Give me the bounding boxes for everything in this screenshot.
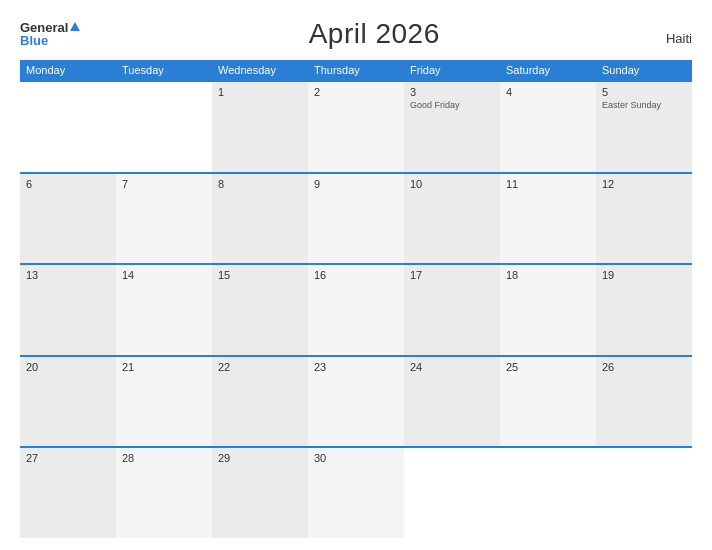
header-friday: Friday xyxy=(404,60,500,80)
day-18: 18 xyxy=(506,269,590,281)
day-13: 13 xyxy=(26,269,110,281)
page-header: General Blue April 2026 Haiti xyxy=(20,18,692,50)
week-4: 20212223242526 xyxy=(20,355,692,447)
cell-w1-c6: 5Easter Sunday xyxy=(596,82,692,172)
cell-w1-c1 xyxy=(116,82,212,172)
day-5: 5 xyxy=(602,86,686,98)
day-27: 27 xyxy=(26,452,110,464)
calendar-body: 123Good Friday45Easter Sunday67891011121… xyxy=(20,80,692,538)
week-2: 6789101112 xyxy=(20,172,692,264)
cell-w2-c1: 7 xyxy=(116,174,212,264)
header-wednesday: Wednesday xyxy=(212,60,308,80)
day-15: 15 xyxy=(218,269,302,281)
cell-w5-c3: 30 xyxy=(308,448,404,538)
cell-w5-c4 xyxy=(404,448,500,538)
logo-blue: Blue xyxy=(20,34,82,47)
day-21: 21 xyxy=(122,361,206,373)
day-26: 26 xyxy=(602,361,686,373)
cell-w3-c0: 13 xyxy=(20,265,116,355)
logo-triangle-icon xyxy=(70,22,80,31)
day-9: 9 xyxy=(314,178,398,190)
week-1: 123Good Friday45Easter Sunday xyxy=(20,80,692,172)
cell-w5-c2: 29 xyxy=(212,448,308,538)
page-title: April 2026 xyxy=(309,18,440,50)
logo: General Blue xyxy=(20,21,82,47)
day-4: 4 xyxy=(506,86,590,98)
cell-w3-c2: 15 xyxy=(212,265,308,355)
cell-w2-c4: 10 xyxy=(404,174,500,264)
day-11: 11 xyxy=(506,178,590,190)
cell-w1-c0 xyxy=(20,82,116,172)
day-2: 2 xyxy=(314,86,398,98)
day-23: 23 xyxy=(314,361,398,373)
day-1: 1 xyxy=(218,86,302,98)
cell-w5-c6 xyxy=(596,448,692,538)
cell-w1-c5: 4 xyxy=(500,82,596,172)
day-28: 28 xyxy=(122,452,206,464)
cell-w2-c5: 11 xyxy=(500,174,596,264)
cell-w4-c5: 25 xyxy=(500,357,596,447)
holiday-label: Good Friday xyxy=(410,100,494,110)
day-25: 25 xyxy=(506,361,590,373)
header-saturday: Saturday xyxy=(500,60,596,80)
day-6: 6 xyxy=(26,178,110,190)
cell-w2-c6: 12 xyxy=(596,174,692,264)
day-14: 14 xyxy=(122,269,206,281)
calendar: Monday Tuesday Wednesday Thursday Friday… xyxy=(20,60,692,538)
day-20: 20 xyxy=(26,361,110,373)
cell-w4-c6: 26 xyxy=(596,357,692,447)
day-30: 30 xyxy=(314,452,398,464)
day-29: 29 xyxy=(218,452,302,464)
holiday-label: Easter Sunday xyxy=(602,100,686,110)
cell-w4-c4: 24 xyxy=(404,357,500,447)
calendar-page: General Blue April 2026 Haiti Monday Tue… xyxy=(0,0,712,550)
cell-w2-c3: 9 xyxy=(308,174,404,264)
header-sunday: Sunday xyxy=(596,60,692,80)
cell-w5-c1: 28 xyxy=(116,448,212,538)
cell-w3-c1: 14 xyxy=(116,265,212,355)
cell-w3-c3: 16 xyxy=(308,265,404,355)
cell-w3-c5: 18 xyxy=(500,265,596,355)
cell-w1-c2: 1 xyxy=(212,82,308,172)
header-thursday: Thursday xyxy=(308,60,404,80)
day-3: 3 xyxy=(410,86,494,98)
cell-w4-c1: 21 xyxy=(116,357,212,447)
cell-w4-c0: 20 xyxy=(20,357,116,447)
day-8: 8 xyxy=(218,178,302,190)
cell-w1-c4: 3Good Friday xyxy=(404,82,500,172)
week-3: 13141516171819 xyxy=(20,263,692,355)
day-12: 12 xyxy=(602,178,686,190)
day-24: 24 xyxy=(410,361,494,373)
day-10: 10 xyxy=(410,178,494,190)
cell-w2-c2: 8 xyxy=(212,174,308,264)
day-19: 19 xyxy=(602,269,686,281)
day-22: 22 xyxy=(218,361,302,373)
day-16: 16 xyxy=(314,269,398,281)
header-monday: Monday xyxy=(20,60,116,80)
calendar-header: Monday Tuesday Wednesday Thursday Friday… xyxy=(20,60,692,80)
cell-w4-c2: 22 xyxy=(212,357,308,447)
country-label: Haiti xyxy=(666,31,692,50)
day-7: 7 xyxy=(122,178,206,190)
cell-w3-c6: 19 xyxy=(596,265,692,355)
cell-w3-c4: 17 xyxy=(404,265,500,355)
header-tuesday: Tuesday xyxy=(116,60,212,80)
cell-w2-c0: 6 xyxy=(20,174,116,264)
cell-w5-c0: 27 xyxy=(20,448,116,538)
day-17: 17 xyxy=(410,269,494,281)
cell-w5-c5 xyxy=(500,448,596,538)
cell-w4-c3: 23 xyxy=(308,357,404,447)
week-5: 27282930 xyxy=(20,446,692,538)
cell-w1-c3: 2 xyxy=(308,82,404,172)
